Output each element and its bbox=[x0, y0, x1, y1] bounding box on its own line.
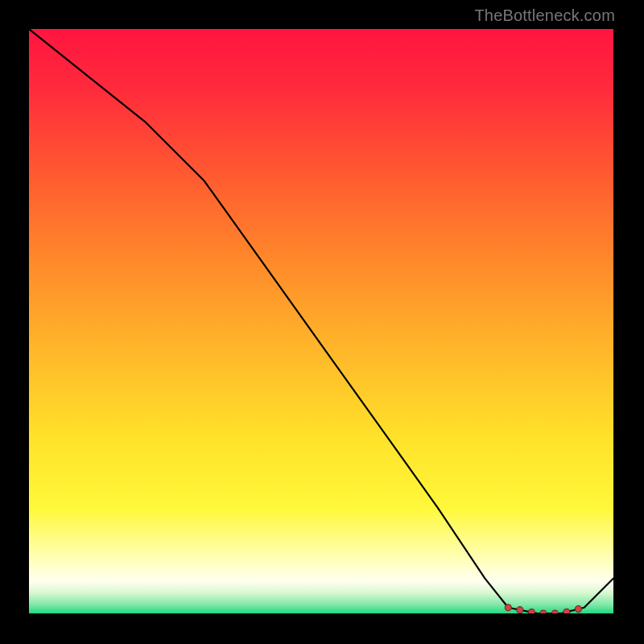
marker-point bbox=[505, 605, 511, 611]
chart-stage: TheBottleneck.com bbox=[0, 0, 644, 644]
marker-point bbox=[551, 610, 558, 613]
marker-point bbox=[575, 606, 581, 613]
marker-point bbox=[517, 607, 523, 613]
data-curve bbox=[29, 29, 613, 613]
plot-area bbox=[29, 29, 613, 613]
curve-line bbox=[29, 29, 613, 613]
curve-markers bbox=[505, 605, 581, 613]
marker-point bbox=[564, 609, 570, 613]
marker-point bbox=[540, 610, 547, 613]
attribution-text: TheBottleneck.com bbox=[474, 6, 615, 25]
marker-point bbox=[528, 609, 535, 613]
